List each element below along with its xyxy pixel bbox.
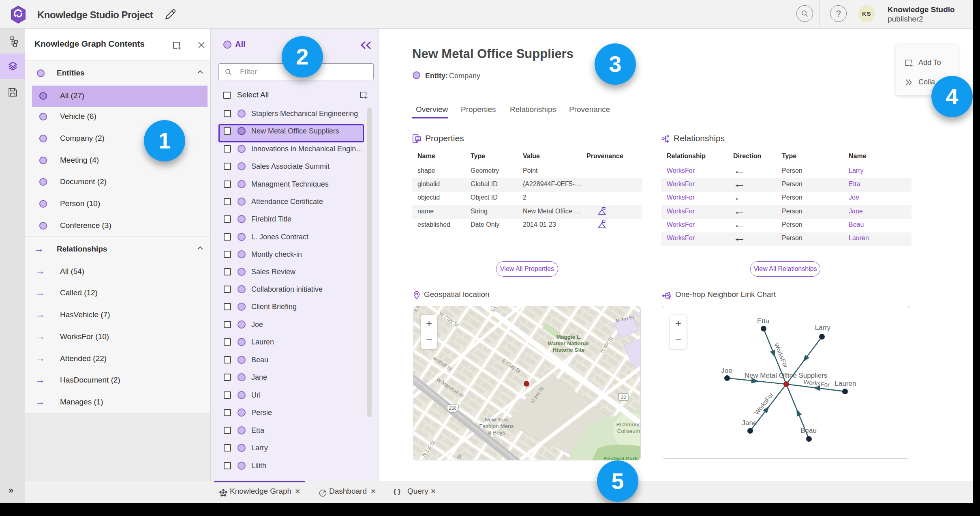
svg-text:& Boys: & Boys [488,430,505,436]
svg-text:Fashion Mens: Fashion Mens [479,423,514,429]
svg-text:Larry: Larry [815,324,831,331]
svg-text:Coliseum: Coliseum [617,428,640,434]
svg-text:Maggie L.: Maggie L. [556,334,582,340]
svg-text:Historic Site: Historic Site [553,347,585,353]
svg-text:Beau: Beau [800,427,817,434]
svg-text:250: 250 [449,406,456,411]
svg-text:Festival Park: Festival Park [604,456,638,460]
svg-text:New Metal Office Suppliers: New Metal Office Suppliers [745,372,828,379]
svg-text:WorksFor: WorksFor [773,342,789,369]
svg-text:Etta: Etta [757,317,770,325]
svg-text:Lauren: Lauren [835,380,856,387]
svg-text:New York: New York [485,417,508,423]
svg-text:Joe: Joe [721,367,732,374]
svg-text:33: 33 [621,395,626,400]
svg-text:Richmond: Richmond [616,421,641,428]
svg-text:Walker National: Walker National [548,340,589,346]
svg-text:Jane: Jane [742,419,757,427]
